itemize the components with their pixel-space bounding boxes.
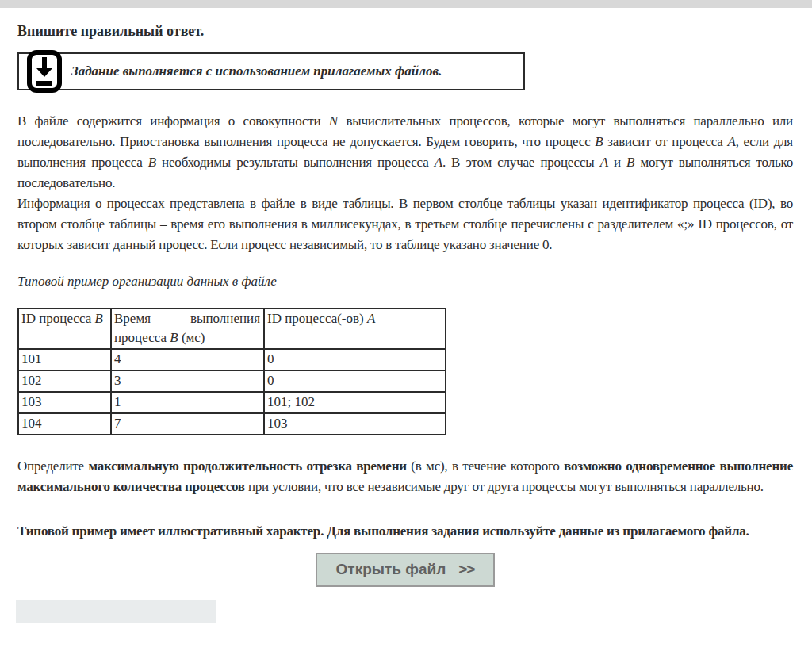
top-bar [0, 0, 812, 8]
table-cell: 0 [264, 370, 446, 392]
variable-a: A [435, 155, 442, 170]
table-row: 101 4 0 [18, 349, 446, 370]
open-file-button[interactable]: Открыть файл>> [316, 553, 496, 587]
header-cell-id-b: ID процесса B [18, 309, 111, 349]
paragraph-task-intro: В файле содержится информация о совокупн… [17, 111, 793, 194]
paragraph-question: Определите максимальную продолжительност… [17, 456, 793, 497]
button-row: Открыть файл>> [17, 553, 793, 587]
variable-a: A [600, 155, 608, 170]
table-header-row: ID процесса B Время выполнения процесса … [18, 309, 446, 349]
paragraph-note: Типовой пример имеет иллюстративный хара… [17, 521, 793, 542]
text-segment: (мс) [178, 330, 205, 345]
example-table: ID процесса B Время выполнения процесса … [17, 308, 446, 435]
open-file-button-label: Открыть файл [336, 561, 446, 577]
table-cell: 103 [264, 413, 446, 435]
table-cell: 101 [18, 349, 111, 370]
text-segment: при условии, что все независимые друг от… [245, 479, 764, 494]
variable-b: B [94, 311, 102, 326]
table-cell: 101; 102 [264, 392, 446, 413]
header-cell-deps: ID процесса(-ов) A [264, 309, 446, 349]
answer-input[interactable] [16, 600, 216, 623]
text-segment: Определите [17, 458, 88, 474]
question-bold-segment: максимальную продолжительность отрезка в… [88, 458, 406, 474]
page-title: Впишите правильный ответ. [17, 22, 793, 40]
text-segment: В файле содержится информация о совокупн… [17, 113, 329, 128]
text-segment: (в мс), в течение которого [407, 458, 564, 474]
text-segment: и [608, 155, 626, 170]
table-row: 104 7 103 [18, 413, 446, 435]
table-row: 103 1 101; 102 [18, 392, 446, 413]
variable-n: N [329, 113, 338, 128]
table-cell: 3 [111, 370, 264, 392]
variable-a: A [728, 134, 736, 149]
double-chevron-right-icon: >> [458, 561, 474, 577]
table-cell: 102 [18, 370, 111, 392]
paragraph-file-format: Информация о процессах представлена в фа… [17, 194, 793, 255]
variable-b: B [595, 134, 603, 149]
table-cell: 0 [264, 349, 446, 370]
table-cell: 103 [18, 392, 111, 413]
table-cell: 1 [111, 392, 264, 413]
attachment-notice: Задание выполняется с использованием при… [17, 52, 525, 90]
example-caption: Типовой пример организации данных в файл… [17, 273, 793, 290]
text-segment: ID процесса(-ов) [267, 311, 367, 326]
table-row: 102 3 0 [18, 370, 446, 392]
variable-b: B [170, 330, 178, 345]
header-cell-time: Время выполнения процесса B (мс) [111, 309, 264, 349]
download-icon [27, 50, 62, 93]
variable-b: B [626, 155, 634, 170]
text-segment: зависит от процесса [603, 134, 728, 149]
text-segment: необходимы результаты выполнения процесс… [156, 155, 435, 170]
task-content: Впишите правильный ответ. Задание выполн… [0, 22, 812, 623]
text-segment: . В этом случае процессы [442, 155, 600, 170]
table-cell: 4 [111, 349, 264, 370]
text-segment: ID процесса [21, 311, 94, 326]
variable-b: B [148, 155, 156, 170]
table-cell: 104 [18, 413, 111, 435]
variable-a: A [367, 311, 375, 326]
table-cell: 7 [111, 413, 264, 435]
attachment-notice-text: Задание выполняется с использованием при… [71, 63, 442, 79]
